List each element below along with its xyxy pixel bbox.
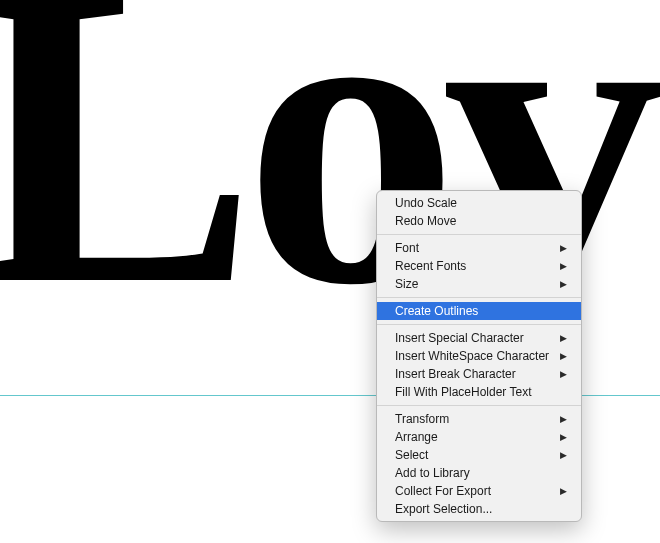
menu-item-label: Export Selection... <box>395 502 492 516</box>
menu-item-label: Size <box>395 277 418 291</box>
menu-item-label: Insert Break Character <box>395 367 516 381</box>
menu-item[interactable]: Insert WhiteSpace Character▶ <box>377 347 581 365</box>
context-menu[interactable]: Undo ScaleRedo MoveFont▶Recent Fonts▶Siz… <box>376 190 582 522</box>
menu-item[interactable]: Font▶ <box>377 239 581 257</box>
menu-item-label: Add to Library <box>395 466 470 480</box>
menu-separator <box>377 234 581 235</box>
menu-item-label: Fill With PlaceHolder Text <box>395 385 532 399</box>
menu-item-label: Select <box>395 448 428 462</box>
menu-item[interactable]: Arrange▶ <box>377 428 581 446</box>
menu-item[interactable]: Add to Library <box>377 464 581 482</box>
menu-item-label: Undo Scale <box>395 196 457 210</box>
chevron-right-icon: ▶ <box>560 414 567 424</box>
menu-item[interactable]: Select▶ <box>377 446 581 464</box>
chevron-right-icon: ▶ <box>560 369 567 379</box>
chevron-right-icon: ▶ <box>560 333 567 343</box>
menu-item-label: Collect For Export <box>395 484 491 498</box>
menu-separator <box>377 324 581 325</box>
menu-item-label: Create Outlines <box>395 304 478 318</box>
menu-item[interactable]: Size▶ <box>377 275 581 293</box>
menu-item-label: Insert WhiteSpace Character <box>395 349 549 363</box>
menu-item[interactable]: Insert Break Character▶ <box>377 365 581 383</box>
chevron-right-icon: ▶ <box>560 450 567 460</box>
chevron-right-icon: ▶ <box>560 432 567 442</box>
menu-item-label: Recent Fonts <box>395 259 466 273</box>
chevron-right-icon: ▶ <box>560 261 567 271</box>
menu-item-label: Redo Move <box>395 214 456 228</box>
menu-item-label: Insert Special Character <box>395 331 524 345</box>
menu-item[interactable]: Undo Scale <box>377 194 581 212</box>
menu-item-label: Font <box>395 241 419 255</box>
chevron-right-icon: ▶ <box>560 351 567 361</box>
canvas-area[interactable]: Love Undo ScaleRedo MoveFont▶Recent Font… <box>0 0 660 543</box>
menu-item[interactable]: Collect For Export▶ <box>377 482 581 500</box>
chevron-right-icon: ▶ <box>560 279 567 289</box>
menu-item[interactable]: Insert Special Character▶ <box>377 329 581 347</box>
menu-item-label: Arrange <box>395 430 438 444</box>
chevron-right-icon: ▶ <box>560 486 567 496</box>
chevron-right-icon: ▶ <box>560 243 567 253</box>
menu-item[interactable]: Export Selection... <box>377 500 581 518</box>
menu-item[interactable]: Create Outlines <box>377 302 581 320</box>
menu-separator <box>377 297 581 298</box>
menu-separator <box>377 405 581 406</box>
menu-item[interactable]: Redo Move <box>377 212 581 230</box>
menu-item[interactable]: Recent Fonts▶ <box>377 257 581 275</box>
menu-item[interactable]: Fill With PlaceHolder Text <box>377 383 581 401</box>
menu-item[interactable]: Transform▶ <box>377 410 581 428</box>
menu-item-label: Transform <box>395 412 449 426</box>
